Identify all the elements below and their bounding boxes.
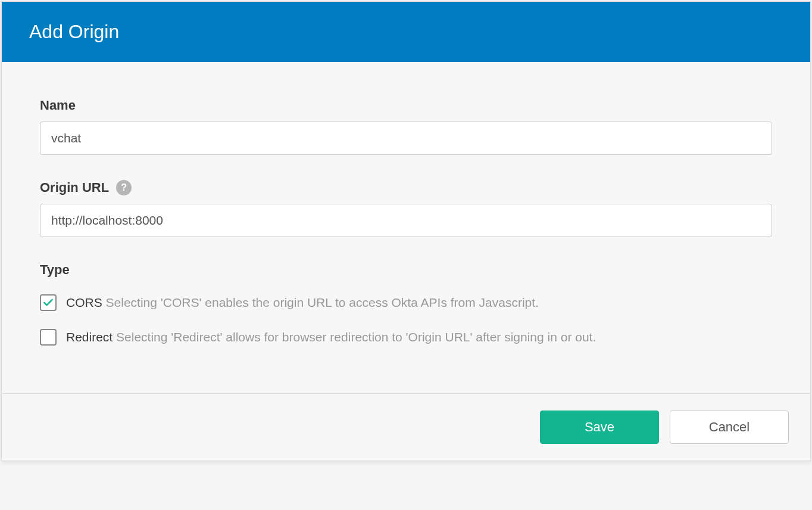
origin-url-input[interactable]	[40, 204, 772, 237]
cors-option-desc: Selecting 'CORS' enables the origin URL …	[106, 296, 539, 309]
add-origin-modal: Add Origin Name Origin URL ? Type	[1, 1, 811, 461]
origin-url-label-row: Origin URL ?	[40, 180, 772, 195]
modal-header: Add Origin	[2, 2, 810, 62]
cors-option-row: CORS Selecting 'CORS' enables the origin…	[40, 294, 772, 311]
cors-checkbox[interactable]	[40, 294, 57, 311]
redirect-option-name: Redirect	[66, 330, 113, 344]
origin-url-label: Origin URL	[40, 180, 109, 195]
type-label: Type	[40, 262, 772, 278]
cors-option-text: CORS Selecting 'CORS' enables the origin…	[66, 296, 539, 310]
redirect-option-text: Redirect Selecting 'Redirect' allows for…	[66, 330, 596, 344]
modal-footer: Save Cancel	[2, 393, 810, 461]
redirect-option-row: Redirect Selecting 'Redirect' allows for…	[40, 329, 772, 346]
redirect-checkbox[interactable]	[40, 329, 57, 346]
name-label: Name	[40, 98, 772, 113]
checkmark-icon	[42, 297, 54, 309]
redirect-option-desc: Selecting 'Redirect' allows for browser …	[116, 330, 596, 344]
modal-title: Add Origin	[29, 21, 783, 43]
help-icon[interactable]: ?	[116, 180, 132, 195]
origin-url-field-group: Origin URL ?	[40, 180, 772, 237]
cancel-button[interactable]: Cancel	[670, 411, 789, 444]
name-input[interactable]	[40, 122, 772, 155]
save-button[interactable]: Save	[540, 411, 659, 444]
name-field-group: Name	[40, 98, 772, 155]
cors-option-name: CORS	[66, 296, 102, 309]
type-section: Type CORS Selecting 'CORS' enables the o…	[40, 262, 772, 346]
modal-body: Name Origin URL ? Type CORS	[2, 62, 810, 393]
